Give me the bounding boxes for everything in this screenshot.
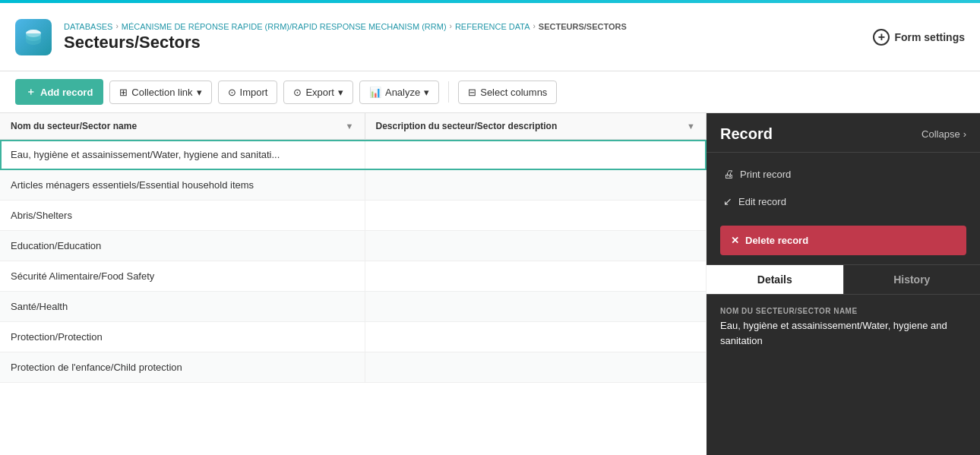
- table-row[interactable]: Education/Education: [0, 231, 707, 261]
- edit-record-label: Edit record: [738, 196, 786, 207]
- edit-icon: ↙: [723, 195, 732, 207]
- cell-sector-description: [365, 231, 707, 261]
- add-record-button[interactable]: ＋ Add record: [15, 79, 103, 105]
- cell-sector-name: Protection de l'enfance/Child protection: [0, 352, 365, 383]
- tab-details[interactable]: Details: [707, 265, 844, 294]
- form-settings-label: Form settings: [894, 31, 965, 43]
- right-panel-header: Record Collapse ›: [707, 113, 980, 153]
- app-icon: [15, 19, 52, 55]
- table-body: Eau, hygiène et assainissement/Water, hy…: [0, 140, 707, 383]
- collection-icon: ⊞: [119, 87, 128, 98]
- analyze-label: Analyze: [385, 87, 420, 98]
- table-row[interactable]: Protection de l'enfance/Child protection: [0, 352, 707, 383]
- breadcrumb-sep-3: ›: [533, 22, 536, 30]
- plus-icon: ＋: [26, 85, 36, 99]
- column-header-name: Nom du secteur/Sector name ▼: [0, 113, 365, 140]
- cell-sector-name: Protection/Protection: [0, 322, 365, 352]
- table-row[interactable]: Articles ménagers essentiels/Essential h…: [0, 170, 707, 201]
- table-row[interactable]: Protection/Protection: [0, 322, 707, 352]
- collapse-button[interactable]: Collapse ›: [922, 128, 966, 140]
- table-row[interactable]: Eau, hygiène et assainissement/Water, hy…: [0, 140, 707, 170]
- export-label: Export: [305, 87, 334, 98]
- edit-record-button[interactable]: ↙ Edit record: [720, 189, 966, 213]
- panel-content: NOM DU SECTEUR/SECTOR NAME Eau, hygiène …: [707, 295, 980, 455]
- breadcrumb-databases[interactable]: DATABASES: [64, 22, 112, 31]
- cell-sector-name: Sécurité Alimentaire/Food Safety: [0, 261, 365, 292]
- select-columns-button[interactable]: ⊟ Select columns: [458, 81, 557, 104]
- cell-sector-description: [365, 292, 707, 322]
- top-bar: DATABASES › MÉCANISME DE RÉPONSE RAPIDE …: [0, 3, 980, 71]
- page-title: Secteurs/Sectors: [64, 33, 627, 52]
- add-record-label: Add record: [40, 87, 93, 98]
- breadcrumb-current: SECTEURS/SECTORS: [539, 22, 627, 31]
- table-row[interactable]: Santé/Health: [0, 292, 707, 322]
- plus-circle-icon: +: [873, 29, 890, 46]
- form-settings-button[interactable]: + Form settings: [873, 29, 965, 46]
- panel-actions: 🖨 Print record ↙ Edit record: [707, 153, 980, 223]
- table-row[interactable]: Abris/Shelters: [0, 201, 707, 231]
- cell-sector-description: [365, 322, 707, 352]
- top-bar-left: DATABASES › MÉCANISME DE RÉPONSE RAPIDE …: [15, 19, 627, 55]
- collection-link-button[interactable]: ⊞ Collection link ▾: [109, 81, 211, 104]
- table-area: Nom du secteur/Sector name ▼ Description…: [0, 113, 707, 455]
- cell-sector-description: [365, 201, 707, 231]
- toolbar: ＋ Add record ⊞ Collection link ▾ ⊙ Impor…: [0, 71, 980, 113]
- analyze-chevron-icon: ▾: [424, 87, 429, 98]
- breadcrumb-sep-2: ›: [450, 22, 452, 30]
- analyze-icon: 📊: [369, 87, 381, 98]
- collapse-label: Collapse: [922, 128, 960, 140]
- breadcrumb-reference-data[interactable]: REFERENCE DATA: [455, 22, 530, 31]
- right-panel: Record Collapse › 🖨 Print record ↙ Edit …: [707, 113, 980, 455]
- field-value-sector-name: Eau, hygiène et assainissement/Water, hy…: [720, 318, 966, 348]
- column-header-description: Description du secteur/Sector descriptio…: [365, 113, 707, 140]
- print-icon: 🖨: [723, 168, 734, 180]
- collapse-chevron-icon: ›: [963, 128, 966, 140]
- table-header-row: Nom du secteur/Sector name ▼ Description…: [0, 113, 707, 140]
- panel-title: Record: [720, 125, 773, 143]
- select-columns-label: Select columns: [480, 87, 547, 98]
- filter-icon-name[interactable]: ▼: [346, 122, 354, 131]
- table-row[interactable]: Sécurité Alimentaire/Food Safety: [0, 261, 707, 292]
- breadcrumb-rrm[interactable]: MÉCANISME DE RÉPONSE RAPIDE (RRM)/RAPID …: [122, 22, 447, 31]
- filter-icon-desc[interactable]: ▼: [687, 122, 695, 131]
- analyze-button[interactable]: 📊 Analyze ▾: [359, 81, 439, 104]
- import-icon: ⊙: [228, 87, 236, 98]
- cell-sector-description: [365, 140, 707, 170]
- cell-sector-description: [365, 170, 707, 201]
- data-table: Nom du secteur/Sector name ▼ Description…: [0, 113, 707, 383]
- export-icon: ⊙: [293, 87, 302, 98]
- delete-icon: ✕: [731, 235, 739, 246]
- tab-history[interactable]: History: [844, 265, 981, 294]
- cell-sector-name: Eau, hygiène et assainissement/Water, hy…: [0, 140, 365, 170]
- print-record-label: Print record: [740, 169, 791, 180]
- column-name-label: Nom du secteur/Sector name: [11, 121, 137, 131]
- field-label-sector-name: NOM DU SECTEUR/SECTOR NAME: [720, 307, 966, 315]
- main-layout: Nom du secteur/Sector name ▼ Description…: [0, 113, 980, 455]
- panel-tabs: Details History: [707, 264, 980, 295]
- cell-sector-name: Education/Education: [0, 231, 365, 261]
- column-desc-label: Description du secteur/Sector descriptio…: [376, 121, 558, 131]
- delete-record-button[interactable]: ✕ Delete record: [720, 226, 966, 255]
- cell-sector-description: [365, 352, 707, 383]
- breadcrumb-sep-1: ›: [115, 22, 118, 30]
- columns-icon: ⊟: [468, 87, 476, 98]
- print-record-button[interactable]: 🖨 Print record: [720, 162, 966, 186]
- cell-sector-description: [365, 261, 707, 292]
- collection-link-label: Collection link: [131, 87, 192, 98]
- delete-record-label: Delete record: [745, 235, 808, 246]
- export-chevron-icon: ▾: [338, 87, 343, 98]
- cell-sector-name: Articles ménagers essentiels/Essential h…: [0, 170, 365, 201]
- field-sector-name: NOM DU SECTEUR/SECTOR NAME Eau, hygiène …: [720, 307, 966, 348]
- import-button[interactable]: ⊙ Import: [218, 81, 278, 104]
- toolbar-separator: [448, 81, 449, 103]
- breadcrumb-title: DATABASES › MÉCANISME DE RÉPONSE RAPIDE …: [64, 22, 627, 52]
- chevron-down-icon: ▾: [197, 87, 202, 98]
- cell-sector-name: Santé/Health: [0, 292, 365, 322]
- import-label: Import: [240, 87, 268, 98]
- cell-sector-name: Abris/Shelters: [0, 201, 365, 231]
- export-button[interactable]: ⊙ Export ▾: [283, 81, 353, 104]
- breadcrumb: DATABASES › MÉCANISME DE RÉPONSE RAPIDE …: [64, 22, 627, 31]
